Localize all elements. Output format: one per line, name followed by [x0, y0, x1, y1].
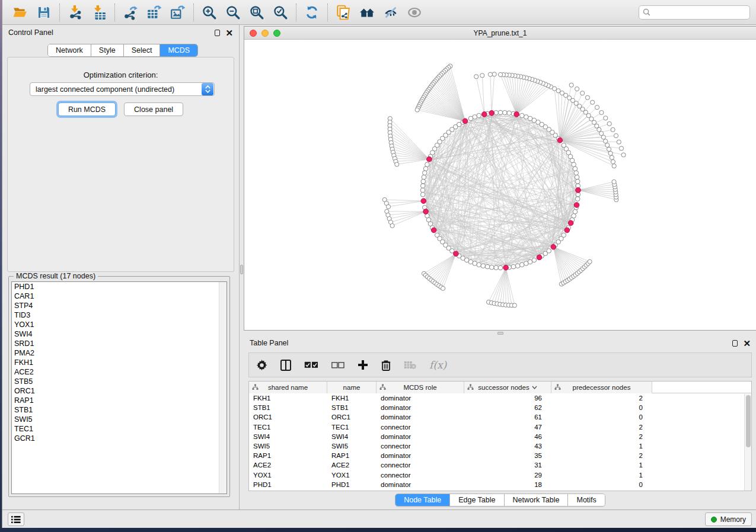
network-node[interactable]	[480, 73, 484, 78]
mcds-result-item[interactable]: YOX1	[12, 320, 227, 329]
table-cell[interactable]: 43	[464, 443, 551, 450]
network-node[interactable]	[468, 116, 473, 121]
table-cell[interactable]: RAP1	[249, 452, 327, 459]
table-row[interactable]: SWI5SWI5connector431	[249, 441, 751, 451]
network-node[interactable]	[574, 171, 579, 175]
table-cell[interactable]: dominator	[377, 433, 464, 440]
network-node[interactable]	[520, 262, 525, 267]
zoom-selected-icon[interactable]	[269, 2, 292, 23]
table-cell[interactable]: SWI5	[249, 443, 327, 450]
network-node[interactable]	[562, 143, 566, 148]
table-cell[interactable]: 2	[551, 395, 652, 402]
table-cell[interactable]: 1	[551, 472, 652, 479]
network-node[interactable]	[617, 140, 621, 144]
refresh-layout-icon[interactable]	[300, 2, 324, 23]
table-cell[interactable]: SWI5	[327, 443, 377, 450]
mcds-result-item[interactable]: STB5	[12, 377, 227, 386]
run-mcds-button[interactable]: Run MCDS	[58, 102, 116, 116]
table-cell[interactable]: 31	[464, 462, 551, 469]
table-cell[interactable]: PHD1	[249, 481, 327, 488]
network-node[interactable]	[488, 72, 492, 76]
table-cell[interactable]: 35	[464, 452, 551, 459]
column-header-MCDS-role[interactable]: MCDS role	[377, 382, 464, 393]
mcds-result-item[interactable]: PMA2	[12, 348, 227, 358]
export-image-icon[interactable]	[166, 2, 190, 23]
network-node[interactable]	[494, 265, 499, 270]
network-node[interactable]	[532, 258, 537, 262]
optimization-criterion-dropdown[interactable]: largest connected component (undirected)	[30, 82, 215, 96]
tab-motifs[interactable]: Motifs	[567, 494, 604, 506]
network-node[interactable]	[553, 86, 557, 91]
network-node[interactable]	[607, 147, 611, 151]
table-cell[interactable]: 47	[464, 424, 551, 431]
table-cell[interactable]: 0	[551, 481, 652, 488]
network-node[interactable]	[421, 180, 426, 184]
network-hub-node[interactable]	[574, 203, 579, 208]
close-panel-icon[interactable]: ✕	[743, 340, 751, 347]
network-node[interactable]	[562, 233, 566, 238]
table-row[interactable]: FKH1FKH1dominator962	[249, 393, 751, 403]
vertical-splitter[interactable]	[239, 25, 244, 509]
delete-column-icon[interactable]	[381, 360, 391, 371]
network-node[interactable]	[520, 113, 525, 118]
network-hub-node[interactable]	[421, 198, 426, 204]
network-node[interactable]	[490, 265, 495, 270]
save-session-icon[interactable]	[32, 2, 56, 23]
search-field[interactable]	[639, 5, 750, 20]
table-row[interactable]: ACE2ACE2connector311	[249, 460, 751, 470]
zoom-in-icon[interactable]	[197, 2, 221, 23]
network-node[interactable]	[599, 110, 604, 114]
network-window-titlebar[interactable]: YPA_prune.txt_1	[244, 27, 756, 40]
close-panel-icon[interactable]: ✕	[225, 30, 233, 36]
network-hub-node[interactable]	[503, 265, 509, 270]
network-node[interactable]	[481, 264, 486, 268]
open-session-icon[interactable]	[8, 2, 32, 23]
table-cell[interactable]: SWI4	[327, 433, 377, 440]
table-cell[interactable]: 2	[551, 452, 652, 459]
zoom-out-icon[interactable]	[221, 2, 245, 23]
network-node[interactable]	[498, 72, 502, 76]
network-node[interactable]	[605, 143, 610, 147]
memory-button[interactable]: Memory	[705, 512, 752, 526]
table-cell[interactable]: dominator	[377, 404, 464, 411]
network-node[interactable]	[395, 162, 399, 166]
table-row[interactable]: RAP1RAP1dominator352	[249, 451, 751, 460]
network-node[interactable]	[441, 286, 445, 290]
search-input[interactable]	[653, 8, 746, 17]
network-node[interactable]	[614, 134, 618, 138]
network-node[interactable]	[580, 91, 585, 95]
network-node[interactable]	[591, 100, 595, 104]
network-node[interactable]	[386, 204, 390, 209]
new-network-from-selection-icon[interactable]	[331, 2, 355, 23]
minimize-window-icon[interactable]	[261, 30, 269, 37]
table-cell[interactable]: 0	[551, 414, 652, 421]
table-cell[interactable]: dominator	[377, 395, 464, 402]
network-hub-node[interactable]	[462, 118, 468, 124]
task-history-button[interactable]	[8, 512, 24, 526]
network-hub-node[interactable]	[514, 112, 519, 117]
table-cell[interactable]: ORC1	[327, 414, 377, 421]
network-node[interactable]	[494, 110, 499, 115]
unselect-all-columns-icon[interactable]	[331, 362, 344, 368]
export-network-icon[interactable]	[119, 2, 142, 23]
network-node[interactable]	[390, 223, 394, 227]
network-node[interactable]	[547, 249, 551, 254]
zoom-fit-icon[interactable]	[245, 2, 269, 23]
network-node[interactable]	[575, 180, 580, 184]
table-cell[interactable]: ACE2	[327, 462, 377, 469]
network-canvas[interactable]	[244, 40, 756, 330]
select-all-columns-icon[interactable]	[304, 361, 318, 368]
network-node[interactable]	[585, 95, 589, 100]
table-cell[interactable]: connector	[377, 472, 464, 479]
table-cell[interactable]: 62	[464, 404, 551, 411]
network-hub-node[interactable]	[576, 188, 581, 193]
table-cell[interactable]: 61	[464, 414, 551, 421]
network-node[interactable]	[507, 111, 512, 116]
tab-style[interactable]: Style	[91, 44, 123, 56]
mcds-result-item[interactable]: ACE2	[12, 367, 227, 377]
hide-selected-icon[interactable]	[379, 2, 403, 23]
network-node[interactable]	[599, 132, 604, 136]
network-node[interactable]	[420, 184, 425, 188]
close-panel-button[interactable]: Close panel	[124, 102, 183, 116]
maximize-window-icon[interactable]	[273, 30, 280, 37]
